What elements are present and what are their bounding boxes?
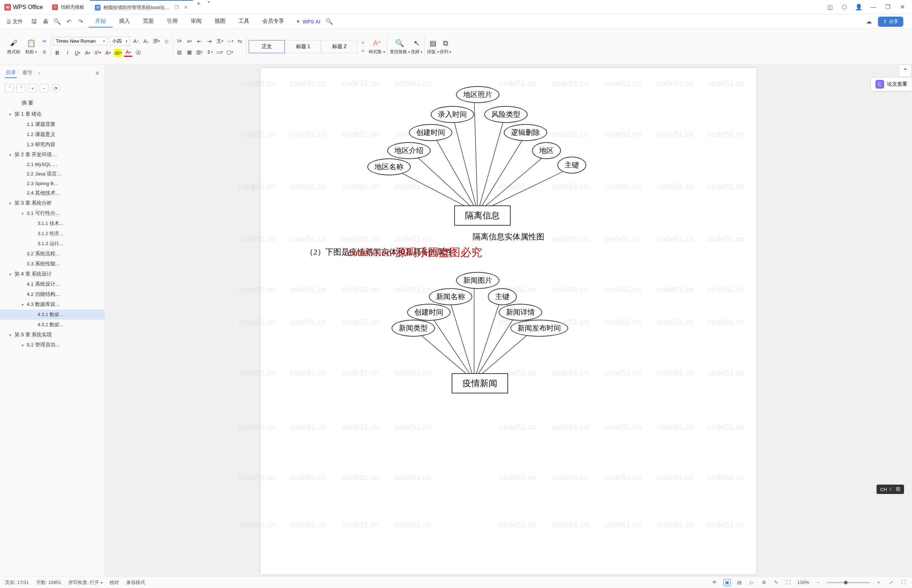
redo-icon[interactable]: ↷ — [76, 18, 84, 26]
sidebar-tab-chapter[interactable]: 章节 — [22, 68, 33, 78]
align-right-icon[interactable]: ▥▾ — [196, 48, 203, 56]
border-icon[interactable]: ▢▾ — [226, 48, 234, 56]
menu-review[interactable]: 审阅 — [184, 16, 208, 27]
outline-item[interactable]: ▾第 5 章 系统实现 — [0, 330, 105, 340]
menu-member[interactable]: 会员专享 — [256, 16, 291, 27]
share-button[interactable]: ⇪ 分享 — [878, 17, 903, 27]
status-proof[interactable]: 校对 — [110, 579, 119, 586]
bold-icon[interactable]: B — [53, 49, 61, 57]
style-normal[interactable]: 正文 — [249, 40, 285, 53]
sidebar-nav-next-icon[interactable]: › — [38, 70, 40, 76]
shrink-font-icon[interactable]: A↓ — [142, 37, 150, 45]
preview-icon[interactable]: 🔍 — [53, 18, 61, 26]
outline-item[interactable]: 2.2 Java 语言… — [0, 169, 105, 179]
sidebar-tab-toc[interactable]: 目录 — [5, 68, 17, 78]
outline-item[interactable]: 2.4 其他技术… — [0, 188, 105, 198]
font-color-icon[interactable]: A▾ — [124, 49, 132, 57]
format-brush-button[interactable]: 🖌 格式刷 — [7, 38, 20, 55]
phonetic-icon[interactable]: 拼▾ — [152, 37, 160, 45]
outline-item[interactable]: ▾第 4 章 系统设计 — [0, 269, 105, 279]
undo-icon[interactable]: ↶ — [65, 18, 73, 26]
zoom-level[interactable]: 130% — [797, 580, 809, 585]
avatar-icon[interactable]: 👤 — [855, 4, 862, 10]
outline-item[interactable]: 3.2 系统流程… — [0, 249, 105, 259]
file-menu-button[interactable]: ☰ 文件 — [3, 17, 26, 26]
underline-icon[interactable]: U▾ — [73, 49, 81, 57]
dec-indent-icon[interactable]: ⇤ — [196, 37, 203, 45]
panel-icon[interactable]: ◫ — [826, 4, 833, 10]
status-page[interactable]: 页面: 17/31 — [5, 579, 29, 586]
tab-window-icon[interactable]: ❐ — [172, 5, 181, 10]
paper-check-button[interactable]: C 论文查重 — [871, 78, 912, 91]
new-tab-button[interactable]: + — [193, 0, 204, 14]
search-icon[interactable]: 🔍 — [326, 18, 333, 26]
add-icon[interactable]: + — [28, 84, 37, 92]
outline-item[interactable]: 1.2 课题意义 — [0, 129, 105, 140]
zoom-slider[interactable] — [826, 582, 870, 583]
clear-format-icon[interactable]: ◇ — [162, 37, 170, 45]
copy-icon[interactable]: ⎘ — [40, 48, 49, 56]
remove-icon[interactable]: − — [40, 84, 49, 92]
font-size-select[interactable]: 小四▾ — [110, 37, 130, 46]
close-icon[interactable]: ✕ — [899, 4, 906, 10]
status-compat[interactable]: 兼容模式 — [126, 579, 145, 586]
minimize-icon[interactable]: — — [870, 4, 876, 10]
menu-home[interactable]: 开始 — [89, 16, 113, 27]
outline-item[interactable]: 3.1.2 经济… — [0, 229, 105, 239]
cube-icon[interactable]: ⬡ — [841, 4, 847, 10]
menu-ref[interactable]: 引用 — [160, 16, 184, 27]
style-heading1[interactable]: 标题 1 — [285, 40, 321, 53]
styleset-button[interactable]: Aᵃ 样式集 ▾ — [369, 38, 385, 55]
outline-item[interactable]: 4.3.1 数据… — [0, 310, 105, 320]
fit-icon[interactable]: ⤢ — [888, 579, 895, 586]
outline-item[interactable]: 4.3.2 数据… — [0, 320, 105, 330]
outline-item[interactable]: 2.3 Spring B… — [0, 179, 105, 188]
num-list-icon[interactable]: ⅟▾ — [175, 37, 183, 45]
text-effect-icon[interactable]: A▾ — [104, 49, 112, 57]
drag-handle-icon[interactable]: ⋮⋮ — [243, 184, 256, 192]
menu-page[interactable]: 页面 — [136, 16, 160, 27]
rail-collapse-icon[interactable]: ⌃ — [899, 65, 911, 77]
tab-template[interactable]: D 找稻壳模板 — [47, 0, 90, 14]
select-button[interactable]: ↖ 选择 ▾ — [411, 38, 422, 55]
print-icon[interactable]: 🖶 — [42, 18, 50, 26]
sidebar-close-icon[interactable]: ✕ — [95, 70, 99, 77]
enclosed-char-icon[interactable]: Ⓐ — [134, 49, 142, 57]
grow-font-icon[interactable]: A↑ — [132, 37, 140, 45]
menu-tools[interactable]: 工具 — [232, 16, 256, 27]
status-spell[interactable]: 拼写检查: 打开 ▾ — [68, 579, 102, 586]
expand-down-icon[interactable]: ˅ — [5, 84, 14, 92]
align-center-icon[interactable]: ▦ — [185, 48, 193, 56]
collapse-up-icon[interactable]: ˄ — [17, 84, 25, 92]
order-button[interactable]: ⧉ 排列 ▾ — [440, 38, 451, 55]
outline-item[interactable]: 1.3 研究内容 — [0, 140, 105, 150]
document-area[interactable]: ⋮⋮ code51.cncode51.cncode51.cncode51.cnc… — [105, 65, 912, 577]
gear-icon[interactable]: ⚙ — [760, 579, 768, 586]
char-scale-icon[interactable]: ↔▾ — [226, 37, 234, 45]
menu-insert[interactable]: 插入 — [113, 16, 136, 27]
cloud-icon[interactable]: ☁ — [865, 18, 873, 26]
align-left-icon[interactable]: ▤ — [175, 48, 183, 56]
outline-summary[interactable]: 摘 要 — [0, 97, 105, 109]
outline-item[interactable]: 3.1.1 技术… — [0, 218, 105, 229]
paste-button[interactable]: 📋 粘贴 ▾ — [25, 38, 37, 55]
outline-item[interactable]: 3.3 系统性能… — [0, 259, 105, 269]
fullscreen-icon[interactable]: ⛶ — [900, 579, 907, 586]
play-icon[interactable]: ▷ — [748, 579, 755, 586]
style-up-icon[interactable]: ▴ — [359, 38, 367, 46]
cut-icon[interactable]: ✂ — [40, 37, 49, 45]
pen-icon[interactable]: ✎ — [773, 579, 780, 586]
outline-item[interactable]: 4.1 系统设计… — [0, 279, 105, 289]
arrange-button[interactable]: ▤ 排版 ▾ — [427, 38, 439, 55]
save-icon[interactable]: 🖫 — [30, 18, 38, 26]
zoom-in-icon[interactable]: + — [875, 579, 882, 586]
highlight-icon[interactable]: ab▾ — [114, 49, 122, 57]
outline-item[interactable]: ▾第 2 章 开发环境… — [0, 150, 105, 160]
zoom-out-icon[interactable]: − — [814, 579, 821, 586]
outline-item[interactable]: 1.1 课题背景 — [0, 120, 105, 129]
find-replace-button[interactable]: 🔍 查找替换 ▾ — [390, 38, 410, 55]
inc-indent-icon[interactable]: ⇥ — [206, 37, 214, 45]
outline-item[interactable]: ▾5.1 管理员功… — [0, 340, 105, 350]
style-heading2[interactable]: 标题 2 — [321, 40, 357, 53]
tab-icon[interactable]: ⇆ — [236, 37, 244, 45]
